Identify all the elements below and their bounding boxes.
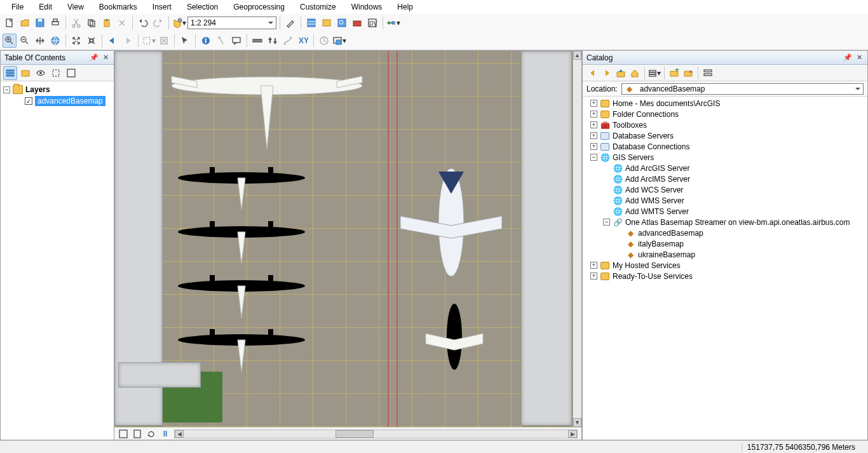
html-popup-icon[interactable]	[229, 34, 243, 48]
time-slider-icon[interactable]	[317, 34, 331, 48]
catalog-item[interactable]: ◆ukraineBasemap	[585, 249, 865, 260]
zoom-out-icon[interactable]	[18, 34, 32, 48]
toc-layer-advancedbasemap[interactable]: ✓ advancedBasemap	[3, 95, 111, 107]
expander-icon[interactable]	[603, 219, 610, 226]
menu-windows[interactable]: Windows	[344, 1, 390, 13]
data-view-icon[interactable]	[118, 429, 128, 439]
map-canvas[interactable]: ▲ ▼	[114, 51, 581, 427]
catalog-item[interactable]: My Hosted Services	[585, 260, 865, 271]
menu-insert[interactable]: Insert	[145, 1, 179, 13]
expander-icon[interactable]	[590, 154, 597, 161]
catalog-item[interactable]: Database Connections	[585, 141, 865, 152]
up-one-level-icon[interactable]	[614, 67, 627, 79]
find-icon[interactable]	[266, 34, 280, 48]
new-doc-icon[interactable]	[3, 16, 17, 30]
menu-selection[interactable]: Selection	[179, 1, 226, 13]
catalog-item[interactable]: Database Servers	[585, 130, 865, 141]
menu-bookmarks[interactable]: Bookmarks	[92, 1, 145, 13]
find-route-icon[interactable]	[281, 34, 295, 48]
fixed-zoom-out-icon[interactable]	[85, 34, 98, 48]
expander-icon[interactable]	[590, 121, 597, 128]
menu-geoprocessing[interactable]: Geoprocessing	[226, 1, 292, 13]
menu-view[interactable]: View	[60, 1, 92, 13]
catalog-item[interactable]: ◆italyBasemap	[585, 238, 865, 249]
open-icon[interactable]	[18, 16, 32, 30]
vertical-scrollbar[interactable]: ▲ ▼	[573, 51, 581, 427]
fixed-zoom-in-icon[interactable]	[69, 34, 83, 48]
cut-icon[interactable]	[69, 16, 83, 30]
forward-extent-icon[interactable]	[121, 34, 135, 48]
close-icon[interactable]: ✕	[101, 53, 110, 62]
python-window-icon[interactable]: py	[365, 16, 379, 30]
expander-icon[interactable]	[590, 100, 597, 107]
zoom-in-icon[interactable]	[3, 34, 17, 48]
full-extent-icon[interactable]	[48, 34, 62, 48]
redo-icon[interactable]	[151, 16, 165, 30]
list-by-source-icon[interactable]	[18, 66, 32, 80]
copy-icon[interactable]	[85, 16, 98, 30]
menu-file[interactable]: File	[4, 1, 31, 13]
paste-icon[interactable]	[100, 16, 114, 30]
arc-toolbox-icon[interactable]	[350, 16, 364, 30]
scale-combo[interactable]: 1:2 294	[187, 17, 276, 29]
list-by-visibility-icon[interactable]	[34, 66, 48, 80]
layout-view-icon[interactable]	[132, 429, 142, 439]
menu-customize[interactable]: Customize	[292, 1, 344, 13]
save-icon[interactable]	[33, 16, 47, 30]
options-icon[interactable]	[702, 67, 714, 79]
back-extent-icon[interactable]	[105, 34, 119, 48]
model-builder-icon[interactable]: ▾	[386, 16, 400, 30]
checkbox-icon[interactable]: ✓	[25, 97, 32, 105]
toggle-contents-icon[interactable]: ▾	[648, 67, 661, 79]
measure-icon[interactable]	[250, 34, 264, 48]
catalog-item[interactable]: ◆advancedBasemap	[585, 227, 865, 238]
catalog-item[interactable]: Ready-To-Use Services	[585, 271, 865, 281]
hyperlink-icon[interactable]	[214, 34, 228, 48]
select-features-icon[interactable]: ▾	[142, 34, 156, 48]
catalog-item[interactable]: 🌐GIS Servers	[585, 152, 865, 163]
pin-icon[interactable]: 📌	[90, 53, 98, 62]
scroll-thumb[interactable]	[336, 430, 374, 438]
menu-help[interactable]: Help	[390, 1, 421, 13]
catalog-item[interactable]: 🌐Add WMS Server	[585, 195, 865, 206]
catalog-item[interactable]: 🔗One Atlas Basemap Streamer on view-bm.a…	[585, 217, 865, 227]
expander-icon[interactable]	[590, 111, 597, 118]
catalog-item[interactable]: 🌐Add ArcIMS Server	[585, 173, 865, 184]
expander-icon[interactable]	[590, 262, 597, 269]
home-icon[interactable]	[628, 67, 641, 79]
goto-xy-icon[interactable]: XY	[296, 34, 310, 48]
expander-icon[interactable]	[590, 132, 597, 139]
pause-drawing-icon[interactable]: II	[160, 429, 170, 439]
refresh-icon[interactable]	[146, 429, 156, 439]
back-icon[interactable]	[587, 67, 599, 79]
scroll-right-icon[interactable]: ▶	[568, 430, 577, 438]
identify-icon[interactable]: i	[199, 34, 213, 48]
close-icon[interactable]: ✕	[855, 53, 864, 62]
expander-icon[interactable]	[590, 143, 597, 150]
menu-edit[interactable]: Edit	[31, 1, 60, 13]
undo-icon[interactable]	[136, 16, 150, 30]
catalog-item[interactable]: 🌐Add ArcGIS Server	[585, 163, 865, 173]
expander-icon[interactable]	[590, 273, 597, 280]
catalog-item[interactable]: 🌐Add WMTS Server	[585, 206, 865, 217]
print-icon[interactable]	[48, 16, 62, 30]
list-by-drawing-order-icon[interactable]	[3, 66, 17, 80]
options-icon[interactable]	[64, 66, 78, 80]
clear-selection-icon[interactable]	[157, 34, 171, 48]
expander-icon[interactable]	[3, 86, 10, 93]
horizontal-scrollbar[interactable]: ◀ ▶	[174, 429, 578, 438]
add-data-icon[interactable]: ▾	[172, 16, 186, 30]
pin-icon[interactable]: 📌	[843, 53, 852, 62]
scroll-down-icon[interactable]: ▼	[573, 418, 581, 427]
catalog-window-icon[interactable]	[320, 16, 334, 30]
forward-icon[interactable]	[600, 67, 613, 79]
scroll-left-icon[interactable]: ◀	[175, 430, 184, 438]
pan-icon[interactable]	[33, 34, 47, 48]
scroll-up-icon[interactable]: ▲	[573, 51, 581, 60]
table-of-contents-icon[interactable]	[304, 16, 318, 30]
catalog-item[interactable]: 🌐Add WCS Server	[585, 184, 865, 195]
search-window-icon[interactable]	[335, 16, 349, 30]
catalog-item[interactable]: 🧰Toolboxes	[585, 119, 865, 130]
catalog-item[interactable]: Home - Mes documents\ArcGIS	[585, 98, 865, 109]
create-viewer-icon[interactable]: ▾	[332, 34, 346, 48]
